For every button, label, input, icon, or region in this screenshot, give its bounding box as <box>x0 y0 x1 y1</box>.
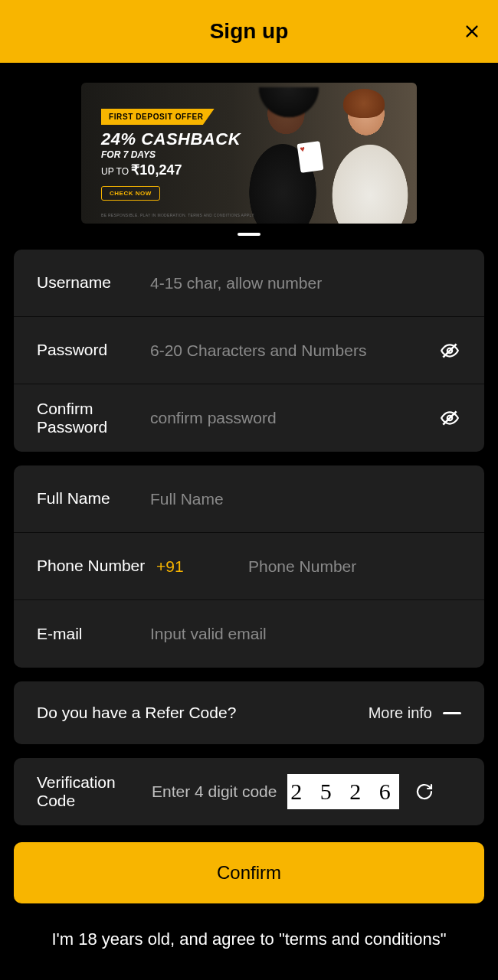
confirm-button[interactable]: Confirm <box>14 842 484 903</box>
promo-tag: FIRST DEPOSIT OFFER <box>101 109 215 125</box>
eye-off-icon <box>440 408 460 428</box>
password-input[interactable] <box>150 341 432 360</box>
phone-label: Phone Number <box>37 557 150 575</box>
toggle-confirm-password-visibility[interactable] <box>438 407 461 430</box>
agreement-text[interactable]: I'm 18 years old, and agree to "terms an… <box>0 929 498 949</box>
verification-row: Verification Code Enter 4 digit code 2 5… <box>14 758 484 825</box>
fullname-label: Full Name <box>37 489 150 508</box>
fullname-input[interactable] <box>150 490 461 508</box>
email-row: E-mail <box>14 600 484 668</box>
refer-code-row[interactable]: Do you have a Refer Code? More info <box>14 681 484 744</box>
refer-more-toggle[interactable]: More info <box>369 704 461 722</box>
promo-fineprint: BE RESPONSIBLE. PLAY IN MODERATION. TERM… <box>101 213 254 217</box>
carousel-indicator <box>238 233 260 236</box>
refresh-icon <box>415 782 434 801</box>
eye-off-icon <box>440 341 460 361</box>
dial-code[interactable]: +91 <box>150 557 248 576</box>
phone-input[interactable] <box>248 557 461 576</box>
page-title: Sign up <box>210 19 289 44</box>
fullname-row: Full Name <box>14 466 484 533</box>
more-info-label: More info <box>369 704 432 722</box>
playing-cards-icon <box>297 141 324 173</box>
promo-person-2 <box>320 83 417 224</box>
password-row: Password <box>14 317 484 384</box>
username-input[interactable] <box>150 274 461 292</box>
promo-check-button[interactable]: CHECK NOW <box>101 186 160 201</box>
refresh-captcha-button[interactable] <box>413 780 436 803</box>
confirm-password-row: Confirm Password <box>14 384 484 452</box>
verification-group: Verification Code Enter 4 digit code 2 5… <box>14 758 484 825</box>
signup-header: Sign up <box>0 0 498 63</box>
username-label: Username <box>37 273 150 292</box>
close-button[interactable] <box>460 19 484 44</box>
email-input[interactable] <box>150 625 461 643</box>
refer-question: Do you have a Refer Code? <box>37 704 236 722</box>
close-icon <box>464 23 480 40</box>
toggle-password-visibility[interactable] <box>438 339 461 362</box>
refer-code-group: Do you have a Refer Code? More info <box>14 681 484 744</box>
personal-info-group: Full Name Phone Number +91 E-mail <box>14 466 484 668</box>
promo-banner[interactable]: FIRST DEPOSIT OFFER 24% CASHBACK FOR 7 D… <box>81 83 417 224</box>
confirm-password-input[interactable] <box>150 409 432 427</box>
captcha-image: 2 5 2 6 <box>287 774 399 809</box>
verification-label: Verification Code <box>37 773 152 810</box>
confirm-password-label: Confirm Password <box>37 400 150 436</box>
credentials-group: Username Password Confirm Password <box>14 250 484 452</box>
username-row: Username <box>14 250 484 317</box>
verification-hint: Enter 4 digit code <box>152 782 277 801</box>
email-label: E-mail <box>37 625 150 643</box>
minus-icon <box>443 712 461 714</box>
phone-row: Phone Number +91 <box>14 533 484 600</box>
password-label: Password <box>37 341 150 359</box>
